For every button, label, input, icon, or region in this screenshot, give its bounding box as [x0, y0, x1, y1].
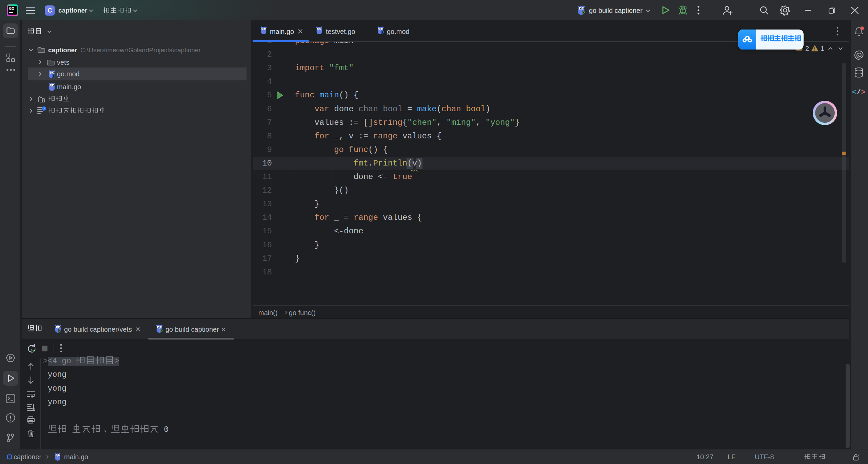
svg-text:GO: GO: [9, 7, 15, 11]
